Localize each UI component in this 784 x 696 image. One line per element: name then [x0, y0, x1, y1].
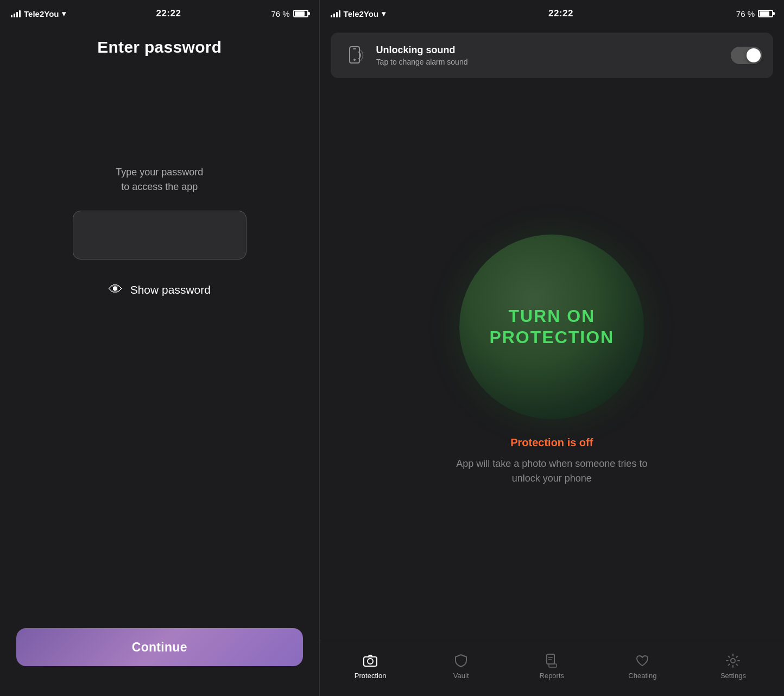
- battery-left: 76 %: [271, 9, 308, 18]
- carrier-right: Tele2You ▾: [331, 9, 385, 18]
- sound-title: Unlocking sound: [376, 45, 722, 56]
- nav-item-protection[interactable]: Protection: [346, 653, 395, 680]
- protection-description: App will take a photo when someone tries…: [443, 457, 660, 486]
- doc-icon: [544, 653, 559, 668]
- battery-icon-left: [293, 10, 308, 17]
- nav-label-reports: Reports: [540, 672, 565, 680]
- turn-on-line1: TURN ON: [489, 306, 614, 326]
- wifi-icon-right: ▾: [382, 9, 385, 18]
- right-panel: Tele2You ▾ 22:22 76 % Unlocking sound Ta…: [320, 0, 784, 696]
- password-input[interactable]: [73, 211, 246, 260]
- sound-icon-container: [342, 42, 368, 68]
- signal-icon-right: [331, 10, 340, 17]
- password-subtitle: Type your password to access the app: [116, 165, 203, 194]
- protection-circle-button[interactable]: TURN ON PROTECTION: [459, 235, 644, 419]
- sound-icon: [344, 45, 365, 66]
- shield-icon: [453, 653, 469, 668]
- camera-icon: [363, 653, 378, 668]
- wifi-icon-left: ▾: [62, 9, 66, 18]
- signal-icon: [11, 10, 21, 17]
- carrier-left: Tele2You ▾: [11, 9, 66, 18]
- gear-icon: [725, 653, 741, 668]
- eye-icon: 👁: [109, 281, 123, 298]
- main-content: TURN ON PROTECTION Protection is off App…: [320, 78, 784, 642]
- show-password-row[interactable]: 👁 Show password: [109, 281, 211, 298]
- protection-circle-inner: TURN ON PROTECTION: [489, 306, 614, 347]
- nav-label-settings: Settings: [720, 672, 746, 680]
- sound-text: Unlocking sound Tap to change alarm soun…: [376, 45, 722, 66]
- nav-label-vault: Vault: [453, 672, 469, 680]
- nav-label-protection: Protection: [355, 672, 387, 680]
- left-panel: Tele2You ▾ 22:22 76 % Enter password Typ…: [0, 0, 319, 696]
- heart-icon: [635, 653, 650, 668]
- battery-percent-right: 76 %: [736, 9, 755, 18]
- svg-rect-4: [547, 654, 554, 664]
- nav-item-vault[interactable]: Vault: [437, 653, 485, 680]
- nav-item-settings[interactable]: Settings: [709, 653, 757, 680]
- subtitle-line2: to access the app: [121, 181, 198, 192]
- status-bar-left: Tele2You ▾ 22:22 76 %: [0, 0, 319, 27]
- sound-toggle[interactable]: [731, 47, 762, 64]
- status-bar-right: Tele2You ▾ 22:22 76 %: [320, 0, 784, 27]
- carrier-name-left: Tele2You: [24, 9, 59, 18]
- continue-button[interactable]: Continue: [16, 628, 303, 666]
- protection-status-text: Protection is off: [510, 436, 593, 449]
- show-password-label: Show password: [130, 283, 211, 296]
- sound-subtitle: Tap to change alarm sound: [376, 58, 722, 66]
- svg-point-1: [353, 59, 356, 61]
- turn-on-line2: PROTECTION: [489, 327, 614, 347]
- svg-point-6: [731, 659, 735, 663]
- time-right: 22:22: [548, 8, 573, 19]
- toggle-knob: [747, 48, 761, 62]
- subtitle-line1: Type your password: [116, 167, 203, 178]
- page-title: Enter password: [97, 38, 222, 56]
- nav-label-cheating: Cheating: [628, 672, 656, 680]
- carrier-name-right: Tele2You: [344, 9, 378, 18]
- nav-item-cheating[interactable]: Cheating: [618, 653, 667, 680]
- battery-icon-right: [758, 10, 773, 17]
- svg-point-3: [368, 659, 373, 664]
- battery-percent-left: 76 %: [271, 9, 289, 18]
- sound-card[interactable]: Unlocking sound Tap to change alarm soun…: [331, 33, 773, 78]
- time-left: 22:22: [156, 8, 181, 19]
- battery-right: 76 %: [736, 9, 773, 18]
- password-input-container: [73, 211, 246, 260]
- nav-item-reports[interactable]: Reports: [527, 653, 576, 680]
- bottom-nav: Protection Vault Reports Cheating: [320, 642, 784, 696]
